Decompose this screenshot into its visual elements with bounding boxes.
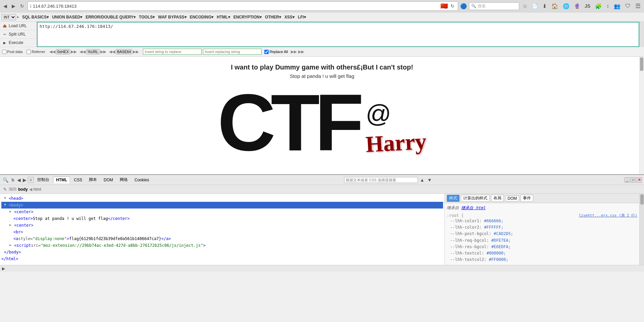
int-select[interactable]: INT: [1, 14, 16, 20]
post-data-checkbox[interactable]: [2, 50, 6, 54]
tab-dom-styles[interactable]: DOM: [505, 195, 519, 201]
inherit-html-link[interactable]: 继承自 html: [461, 205, 485, 210]
center1-expand[interactable]: ▶: [9, 209, 13, 214]
menu-other[interactable]: OTHER▾: [264, 14, 282, 20]
tab-layout[interactable]: 布局: [491, 195, 504, 202]
replace-string-input[interactable]: [143, 49, 202, 55]
menu-tools[interactable]: TOOLS▾: [138, 14, 156, 20]
devtools-back-button[interactable]: ◀: [16, 177, 21, 183]
tab-console[interactable]: 控制台: [34, 176, 52, 184]
menu-xss[interactable]: XSS▾: [283, 14, 296, 20]
hackbar-sidebar: 📥 Load URL ✂ Split URL ▶ Execute: [0, 22, 37, 47]
main-scrollbar[interactable]: [639, 57, 644, 174]
base64-encode-button[interactable]: BASE64: [116, 49, 132, 54]
lock-icon: ℹ: [30, 4, 32, 9]
extensions-button[interactable]: 🧩: [594, 2, 603, 10]
execute-label: Execute: [9, 40, 23, 45]
home-button[interactable]: 🏠: [550, 2, 559, 10]
ctf-text: CTF: [218, 82, 359, 163]
menu-error-double[interactable]: ERROR/DOUBLE QUERY▾: [84, 14, 137, 20]
vpn-icon: 🔵: [460, 3, 467, 9]
devtools-close-area: _ □ ✕: [625, 177, 642, 183]
devtools-forward-button[interactable]: ▶: [22, 177, 27, 183]
profiles-button[interactable]: 👥: [612, 2, 622, 10]
tab-dom[interactable]: DOM: [101, 177, 116, 183]
center3-expand[interactable]: ▶: [9, 222, 13, 227]
bookmark-star-button[interactable]: ☆: [521, 2, 529, 10]
html-panel[interactable]: ▼ <head> ▼ <body> ▶ <center> <center> St…: [0, 194, 445, 265]
url-left-arrow: ◀◀: [79, 49, 86, 54]
shield-button[interactable]: 🛡: [624, 2, 632, 10]
devtools-search-input[interactable]: [344, 177, 418, 183]
address-bar[interactable]: ℹ 114.67.246.176:18413 🇨🇳 ↻: [28, 1, 458, 11]
css-file-link[interactable]: livehtt...ers.css (第 2 行): [579, 213, 637, 218]
tab-css[interactable]: CSS: [71, 177, 85, 183]
devtools-minimize-button[interactable]: _: [625, 177, 630, 183]
url-encode-button[interactable]: %URL: [86, 49, 100, 54]
head-expand-arrow[interactable]: ▼: [4, 195, 8, 200]
script-expand[interactable]: ▶: [9, 242, 13, 247]
search-placeholder[interactable]: 搜索: [478, 3, 486, 9]
post-data-check[interactable]: Post data: [2, 50, 22, 54]
html-panel-scrollbar[interactable]: [639, 194, 644, 265]
devtools-pick-button[interactable]: 🖱: [10, 177, 16, 183]
vpn-button[interactable]: 🔮: [573, 3, 581, 9]
menu-encoding[interactable]: ENCODING▾: [189, 14, 215, 20]
css-rule-3: --lhh-post-bgcol: #CAD2D5;: [450, 231, 637, 237]
menu-union-based[interactable]: UNION BASED▾: [51, 14, 84, 20]
devtools-search-up[interactable]: ▲: [419, 177, 425, 183]
menu-lfi[interactable]: LFI▾: [297, 14, 307, 20]
menu-html[interactable]: HTML▾: [215, 14, 231, 20]
download-button[interactable]: ⬇: [541, 2, 548, 10]
devtools-close-button[interactable]: ✕: [637, 177, 642, 183]
html-body-line[interactable]: ▼ <body>: [1, 202, 443, 209]
referrer-checkbox[interactable]: [26, 50, 31, 54]
breadcrumb-html[interactable]: html: [34, 187, 41, 192]
styles-panel: 样式 计算出的样式 布局 DOM 事件 继承自 继承自 html :root {…: [445, 194, 639, 265]
menu-waf-bypass[interactable]: WAF BYPASS▾: [157, 14, 187, 20]
menu-button[interactable]: ☰: [634, 2, 642, 10]
replacing-string-input[interactable]: [203, 49, 262, 55]
css-prop-5: --lhh-res-bgcol:: [450, 244, 491, 249]
url-input[interactable]: http://114.67.246.176:18413/: [37, 22, 639, 47]
tab-html[interactable]: HTML: [53, 177, 70, 183]
replace-all-check[interactable]: Replace All: [264, 50, 288, 54]
menu-encryption[interactable]: ENCRYPTION▾: [232, 14, 263, 20]
sync-button[interactable]: ↕: [605, 2, 610, 10]
css-prop-1: --lhh-color1:: [450, 219, 484, 223]
reload-small-button[interactable]: ↻: [449, 3, 456, 9]
page-body: I want to play Dummy game with others£¡B…: [0, 57, 644, 170]
styles-tabs: 样式 计算出的样式 布局 DOM 事件: [445, 194, 639, 203]
tab-cookies[interactable]: Cookies: [131, 177, 152, 183]
load-icon: 📥: [2, 23, 7, 29]
tab-script[interactable]: 脚本: [86, 176, 100, 184]
tab-styles[interactable]: 样式: [447, 195, 460, 202]
devtools-edit-button[interactable]: ✎: [3, 186, 7, 192]
css-rules-list: --lhh-color1: #666666; --lhh-color2: #FF…: [450, 218, 637, 263]
devtools-expand-button[interactable]: ▶: [2, 266, 5, 271]
devtools-breadcrumb-button[interactable]: ≡: [28, 177, 34, 183]
js-button[interactable]: JS: [583, 3, 592, 9]
breadcrumb-separator1: 编辑: [9, 186, 17, 192]
execute-button[interactable]: ▶ Execute: [0, 39, 37, 47]
replace-all-checkbox[interactable]: [264, 50, 269, 54]
body-expand-arrow[interactable]: ▼: [4, 202, 8, 207]
tab-network[interactable]: 网络: [117, 176, 131, 184]
back-button[interactable]: ◀: [2, 3, 8, 9]
referrer-check[interactable]: Referrer: [26, 50, 45, 54]
html-flag-line: <a style= "display:none" > flag{6129b1fd…: [1, 235, 443, 242]
devtools-maximize-button[interactable]: □: [631, 177, 636, 183]
reader-mode-button[interactable]: 📄: [531, 3, 539, 9]
load-url-button[interactable]: 📥 Load URL: [0, 22, 37, 30]
forward-button[interactable]: ▶: [10, 3, 17, 9]
tab-events[interactable]: 事件: [521, 195, 533, 202]
globe-button[interactable]: 🌐: [561, 2, 571, 10]
breadcrumb-body[interactable]: body: [18, 187, 28, 192]
menu-sql-basics[interactable]: SQL BASICS▾: [21, 14, 50, 20]
reload-button[interactable]: ↻: [19, 3, 25, 9]
hex-encode-button[interactable]: 0xHEX: [56, 49, 70, 54]
devtools-inspect-button[interactable]: 🔍: [2, 177, 9, 183]
split-url-button[interactable]: ✂ Split URL: [0, 30, 37, 39]
devtools-search-down[interactable]: ▼: [427, 177, 433, 183]
tab-computed[interactable]: 计算出的样式: [461, 195, 490, 202]
